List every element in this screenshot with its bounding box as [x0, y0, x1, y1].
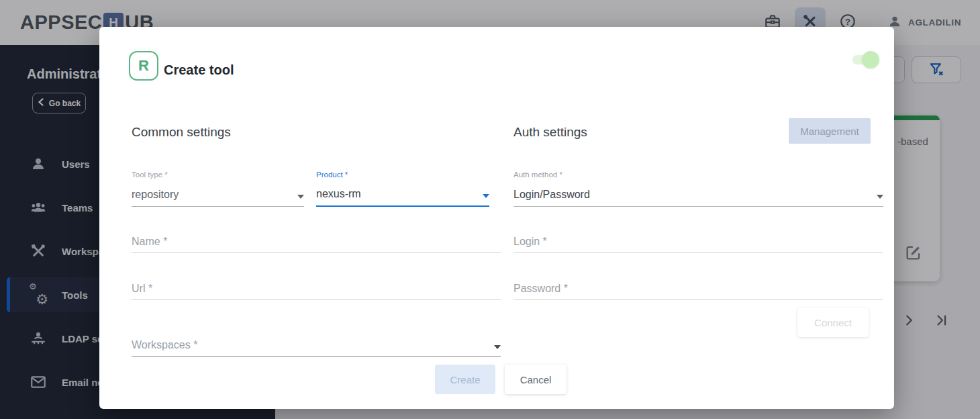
auth-method-select[interactable]: Auth method * Login/Password — [513, 171, 883, 207]
connect-button[interactable]: Connect — [797, 308, 869, 337]
url-input[interactable]: Url * — [132, 277, 501, 300]
workspaces-select[interactable]: Workspaces * — [132, 334, 501, 357]
name-placeholder: Name * — [132, 236, 167, 248]
create-tool-dialog: R Create tool Common settings Auth setti… — [99, 27, 894, 409]
toggle-knob — [862, 51, 879, 68]
password-input[interactable]: Password * — [513, 277, 883, 300]
password-placeholder: Password * — [513, 283, 568, 295]
product-select[interactable]: Product * nexus-rm — [316, 171, 489, 207]
auth-method-value: Login/Password — [513, 189, 590, 201]
dropdown-caret-icon — [297, 195, 304, 199]
create-button[interactable]: Create — [435, 365, 495, 394]
dropdown-caret-icon — [877, 195, 883, 199]
login-placeholder: Login * — [513, 236, 547, 248]
dropdown-caret-icon — [483, 194, 489, 198]
product-value: nexus-rm — [316, 188, 361, 200]
product-label: Product * — [316, 171, 489, 179]
login-input[interactable]: Login * — [513, 230, 883, 253]
url-placeholder: Url * — [132, 283, 152, 295]
tool-type-value: repository — [132, 189, 179, 201]
dialog-title: Create tool — [164, 62, 234, 78]
cancel-button[interactable]: Cancel — [505, 365, 567, 394]
workspaces-placeholder: Workspaces * — [132, 339, 197, 351]
repository-tool-icon: R — [129, 51, 158, 81]
common-settings-heading: Common settings — [132, 125, 231, 140]
enabled-toggle[interactable] — [852, 51, 879, 68]
auth-settings-heading: Auth settings — [513, 125, 587, 140]
auth-method-label: Auth method * — [513, 171, 883, 179]
management-badge: Management — [789, 118, 871, 144]
dropdown-caret-icon — [494, 345, 501, 349]
tool-type-label: Tool type * — [132, 171, 304, 179]
name-input[interactable]: Name * — [132, 230, 501, 253]
tool-type-select[interactable]: Tool type * repository — [132, 171, 304, 207]
